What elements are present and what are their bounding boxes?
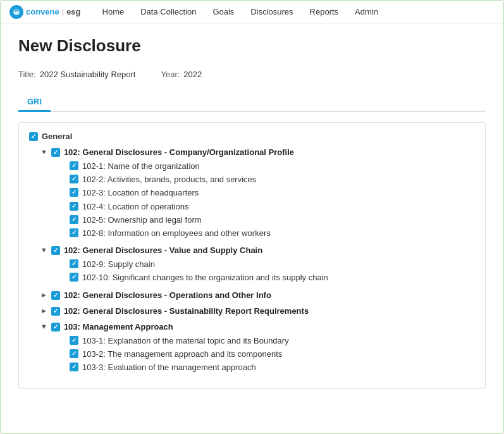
item-text: 102-3: Location of headquarters bbox=[82, 187, 199, 199]
section-1-header: ▼ 102: General Disclosures - Company/Org… bbox=[40, 147, 475, 157]
s3-checkbox[interactable] bbox=[51, 291, 60, 300]
item-cb[interactable] bbox=[70, 175, 78, 183]
item-cb[interactable] bbox=[70, 363, 78, 371]
chevron-s4[interactable]: ► bbox=[40, 307, 47, 314]
nav-data-collection[interactable]: Data Collection bbox=[133, 2, 204, 22]
tab-gri[interactable]: GRI bbox=[18, 93, 51, 112]
chevron-s3[interactable]: ► bbox=[40, 291, 47, 299]
main-content: New Disclosure Title: 2022 Sustainabilit… bbox=[1, 23, 503, 402]
item-cb[interactable] bbox=[70, 161, 78, 170]
list-item: 102-8: Information on employees and othe… bbox=[70, 228, 475, 239]
list-item: 102-2: Activities, brands, products, and… bbox=[70, 174, 475, 185]
item-cb[interactable] bbox=[70, 215, 78, 224]
title-field: Title: 2022 Sustainability Report bbox=[18, 70, 135, 79]
list-item: 102-5: Ownership and legal form bbox=[70, 214, 475, 226]
item-cb[interactable] bbox=[70, 202, 78, 211]
chevron-s5[interactable]: ▼ bbox=[40, 323, 47, 330]
list-item: 102-4: Location of operations bbox=[70, 201, 475, 213]
list-item: 102-10: Significant changes to the organ… bbox=[70, 272, 475, 283]
item-cb[interactable] bbox=[70, 273, 78, 282]
section-group: ▼ 102: General Disclosures - Company/Org… bbox=[40, 147, 475, 373]
item-text: 102-8: Information on employees and othe… bbox=[82, 228, 271, 239]
brand-sub: esg bbox=[66, 7, 80, 16]
item-cb[interactable] bbox=[70, 188, 78, 197]
item-text: 102-5: Ownership and legal form bbox=[82, 214, 202, 226]
brand-separator: | bbox=[62, 7, 64, 16]
title-value: 2022 Sustainability Report bbox=[40, 70, 136, 79]
s2-label: 102: General Disclosures - Value and Sup… bbox=[64, 245, 262, 255]
chevron-s1[interactable]: ▼ bbox=[40, 148, 47, 156]
s4-checkbox[interactable] bbox=[51, 307, 60, 316]
page-title: New Disclosure bbox=[18, 36, 486, 56]
form-row: Title: 2022 Sustainability Report Year: … bbox=[18, 70, 486, 79]
s1-items: 102-1: Name of the organization 102-2: A… bbox=[70, 161, 475, 239]
s2-checkbox[interactable] bbox=[51, 246, 60, 255]
item-text: 103-1: Explanation of the material topic… bbox=[82, 335, 289, 347]
section-5-header: ▼ 103: Management Approach bbox=[40, 322, 475, 332]
nav-links: Home Data Collection Goals Disclosures R… bbox=[95, 2, 386, 22]
checklist-area: General ▼ 102: General Disclosures - Com… bbox=[18, 122, 486, 389]
item-cb[interactable] bbox=[70, 349, 78, 358]
item-text: 103-2: The management approach and its c… bbox=[82, 349, 282, 360]
title-label: Title: bbox=[18, 70, 36, 79]
year-label: Year: bbox=[161, 70, 180, 79]
s5-checkbox[interactable] bbox=[51, 323, 60, 332]
brand: convene | esg bbox=[9, 5, 81, 19]
item-text: 102-10: Significant changes to the organ… bbox=[82, 272, 328, 283]
s1-checkbox[interactable] bbox=[51, 148, 60, 157]
item-text: 103-3: Evaluation of the management appr… bbox=[82, 362, 256, 373]
list-item: 103-2: The management approach and its c… bbox=[70, 349, 475, 360]
s5-items: 103-1: Explanation of the material topic… bbox=[70, 335, 475, 374]
section-4-header: ► 102: General Disclosures - Sustainabil… bbox=[40, 306, 475, 316]
item-text: 102-4: Location of operations bbox=[82, 201, 188, 213]
navbar: convene | esg Home Data Collection Goals… bbox=[1, 1, 503, 23]
nav-admin[interactable]: Admin bbox=[347, 2, 386, 22]
section-3-header: ► 102: General Disclosures - Operations … bbox=[40, 290, 475, 300]
brand-name: convene bbox=[26, 7, 59, 16]
list-item: 102-1: Name of the organization bbox=[70, 161, 475, 172]
item-cb[interactable] bbox=[70, 336, 78, 345]
s3-label: 102: General Disclosures - Operations an… bbox=[64, 290, 271, 300]
s4-label: 102: General Disclosures - Sustainabilit… bbox=[64, 306, 309, 316]
item-cb[interactable] bbox=[70, 259, 78, 268]
item-text: 102-2: Activities, brands, products, and… bbox=[82, 174, 256, 185]
s5-label: 103: Management Approach bbox=[64, 322, 173, 332]
top-level-general: General bbox=[29, 132, 475, 141]
nav-goals[interactable]: Goals bbox=[205, 2, 242, 22]
item-cb[interactable] bbox=[70, 228, 78, 237]
nav-reports[interactable]: Reports bbox=[302, 2, 347, 22]
year-field: Year: 2022 bbox=[161, 70, 202, 79]
item-text: 102-9: Supply chain bbox=[82, 259, 155, 270]
list-item: 103-1: Explanation of the material topic… bbox=[70, 335, 475, 347]
s1-label: 102: General Disclosures - Company/Organ… bbox=[64, 147, 294, 157]
list-item: 102-3: Location of headquarters bbox=[70, 187, 475, 199]
section-2-header: ▼ 102: General Disclosures - Value and S… bbox=[40, 245, 475, 255]
list-item: 103-3: Evaluation of the management appr… bbox=[70, 362, 475, 373]
list-item: 102-9: Supply chain bbox=[70, 259, 475, 270]
nav-home[interactable]: Home bbox=[95, 2, 132, 22]
year-value: 2022 bbox=[183, 70, 202, 79]
chevron-s2[interactable]: ▼ bbox=[40, 246, 47, 254]
brand-icon bbox=[9, 5, 23, 19]
s2-items: 102-9: Supply chain 102-10: Significant … bbox=[70, 259, 475, 283]
general-label: General bbox=[42, 132, 72, 141]
general-checkbox[interactable] bbox=[29, 132, 38, 141]
nav-disclosures[interactable]: Disclosures bbox=[243, 2, 300, 22]
tabs-row: GRI bbox=[18, 93, 486, 112]
item-text: 102-1: Name of the organization bbox=[82, 161, 200, 172]
